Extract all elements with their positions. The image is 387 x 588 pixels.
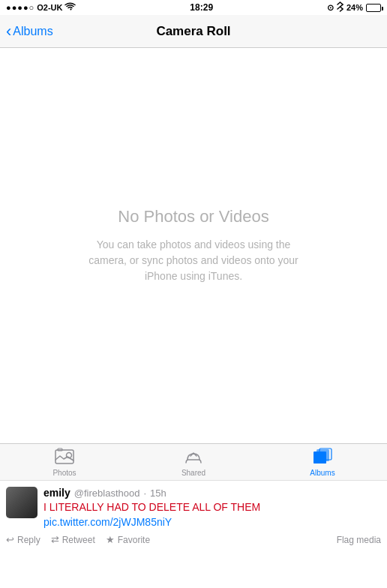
photos-tab-label: Photos — [52, 469, 76, 477]
shared-tab-icon — [184, 448, 203, 467]
photos-tab-icon — [55, 448, 74, 467]
status-time: 18:29 — [190, 2, 213, 13]
tab-shared[interactable]: Shared — [129, 444, 258, 480]
back-chevron-icon: ‹ — [6, 23, 11, 40]
reply-button[interactable]: ↩ Reply — [6, 534, 40, 545]
empty-state-description: You can take photos and videos using the… — [85, 237, 302, 284]
screen-rotation-icon: ⊙ — [327, 3, 334, 13]
tweet-username: emily — [44, 487, 70, 499]
reply-icon: ↩ — [6, 534, 14, 545]
back-button[interactable]: ‹ Albums — [6, 23, 53, 40]
retweet-icon: ⇄ — [51, 534, 59, 545]
tweet-actions: ↩ Reply ⇄ Retweet ★ Favorite Flag media — [6, 534, 381, 545]
albums-tab-label: Albums — [310, 469, 334, 477]
reply-label: Reply — [17, 535, 40, 545]
signal-indicator: ●●●●○ — [6, 3, 34, 12]
wifi-icon — [64, 2, 76, 13]
tweet-handle: @fireblasthood — [74, 488, 140, 499]
bluetooth-icon — [337, 2, 344, 14]
status-left: ●●●●○ O2-UK — [6, 2, 76, 13]
main-content-area: No Photos or Videos You can take photos … — [0, 48, 387, 443]
tweet-user-line: emily @fireblasthood · 15h — [44, 487, 381, 499]
favorite-button[interactable]: ★ Favorite — [106, 534, 150, 545]
retweet-label: Retweet — [62, 535, 95, 545]
carrier-name: O2-UK — [37, 3, 62, 12]
tweet-text: I LITERALLY HAD TO DELETE ALL OF THEM — [44, 500, 381, 515]
retweet-button[interactable]: ⇄ Retweet — [51, 534, 95, 545]
navigation-bar: ‹ Albums Camera Roll — [0, 15, 387, 48]
status-right: ⊙ 24% — [327, 2, 381, 14]
back-label: Albums — [13, 25, 52, 38]
page-title: Camera Roll — [156, 24, 230, 39]
tweet-separator: · — [143, 488, 146, 499]
tweet-header: emily @fireblasthood · 15h I LITERALLY H… — [6, 487, 381, 530]
tweet-area: emily @fireblasthood · 15h I LITERALLY H… — [0, 480, 387, 588]
empty-state-title: No Photos or Videos — [118, 207, 268, 226]
battery-percentage: 24% — [346, 3, 363, 12]
battery-icon — [366, 4, 381, 12]
status-bar: ●●●●○ O2-UK 18:29 ⊙ 24% — [0, 0, 387, 15]
tweet-time: 15h — [150, 488, 166, 499]
svg-rect-6 — [314, 452, 326, 464]
tweet-body: emily @fireblasthood · 15h I LITERALLY H… — [44, 487, 381, 530]
shared-tab-label: Shared — [182, 469, 206, 477]
tweet-link[interactable]: pic.twitter.com/2jWJM85niY — [44, 515, 381, 530]
avatar — [6, 487, 38, 518]
star-icon: ★ — [106, 534, 115, 545]
tab-photos[interactable]: Photos — [0, 444, 129, 480]
flag-media-button[interactable]: Flag media — [337, 535, 381, 545]
favorite-label: Favorite — [118, 535, 150, 545]
albums-tab-icon — [313, 448, 332, 467]
tab-bar: Photos Shared Albums — [0, 443, 387, 480]
tab-albums[interactable]: Albums — [258, 444, 387, 480]
